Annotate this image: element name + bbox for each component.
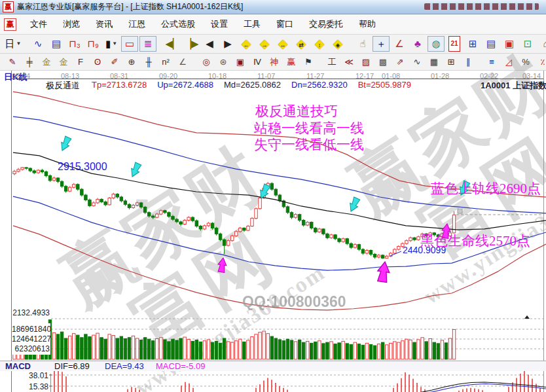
zigzag-tool-button[interactable]: ∿ bbox=[409, 55, 425, 69]
notes-tool-button[interactable]: ▤ bbox=[482, 36, 500, 52]
trend-angle-tool-button[interactable]: ∠ bbox=[175, 55, 191, 69]
menu-item-5[interactable]: 公式选股 bbox=[153, 16, 203, 33]
calculator-tool-icon: ⊞ bbox=[469, 37, 477, 50]
cycle-tool-button[interactable]: ⊕ bbox=[124, 55, 139, 69]
gann-plant-tool-button[interactable]: ♣ bbox=[409, 36, 426, 52]
crosshair-tool-button[interactable]: ＋ bbox=[373, 36, 390, 52]
gold-grid-a-button[interactable]: 金 bbox=[39, 55, 54, 69]
arrow-line-tool-button[interactable]: ⇗ bbox=[392, 55, 408, 69]
zoom-expand-button[interactable]: ◆◈ bbox=[329, 36, 346, 52]
menu-item-3[interactable]: 资讯 bbox=[88, 16, 120, 33]
dark-box-tool-button[interactable]: ▩ bbox=[375, 55, 391, 69]
web-tool-button[interactable]: ⊛ bbox=[215, 55, 231, 69]
candle-body bbox=[191, 217, 194, 221]
gann-frame-button[interactable]: ▭ bbox=[121, 36, 138, 52]
percent-tri-tool-button[interactable]: ◿ bbox=[501, 55, 517, 69]
marker-tool-button[interactable]: ✐ bbox=[107, 55, 122, 69]
nav-last-button[interactable]: ▕▶ bbox=[183, 36, 200, 52]
scale-tool-button[interactable]: ≡ bbox=[484, 55, 500, 69]
fan-tool-button[interactable]: ≪ bbox=[341, 55, 357, 69]
nav-first-button[interactable]: ◀▏ bbox=[164, 36, 181, 52]
brush-tool-button[interactable]: ✎ bbox=[5, 55, 20, 69]
n-square-tool-button[interactable]: n² bbox=[158, 55, 173, 69]
angle-tool-button[interactable]: ∠ bbox=[391, 36, 408, 52]
minute-9-button[interactable]: ⊓₉ bbox=[84, 36, 101, 52]
menu-item-4[interactable]: 江恩 bbox=[120, 16, 153, 33]
macd-header-strip[interactable]: MACD DIF=6.89 DEA=9.43 MACD=-5.09 bbox=[0, 361, 546, 371]
app-logo-icon: 赢 bbox=[3, 1, 14, 12]
volume-bar bbox=[143, 338, 146, 359]
system-tool-button[interactable]: ⌂ bbox=[537, 36, 546, 52]
chart-area[interactable]: 赢家财富网 www.yingjia360.com 赢家财富网 www.yingj… bbox=[0, 71, 546, 392]
fib-grid-button[interactable]: F bbox=[73, 55, 88, 69]
menu-item-10[interactable]: 帮助 bbox=[351, 16, 384, 33]
target-tool-button[interactable]: ◎ bbox=[198, 55, 214, 69]
candle-body bbox=[33, 171, 35, 173]
menu-item-1[interactable]: 文件 bbox=[22, 16, 55, 33]
menu-item-9[interactable]: 交易委托 bbox=[301, 16, 351, 33]
minute-3-button[interactable]: ⊓₃ bbox=[66, 36, 83, 52]
spiral-tool-button[interactable]: ʘ bbox=[90, 55, 105, 69]
qq-watermark: QQ:100800360 bbox=[242, 293, 346, 311]
parallel-tool-button[interactable]: ∥ bbox=[460, 55, 476, 69]
zoom-left-button[interactable]: ◆← bbox=[238, 36, 255, 52]
export-tool-button[interactable]: ⊡ bbox=[519, 36, 536, 52]
nav-next-button[interactable]: ▶ bbox=[219, 36, 236, 52]
volume-bar bbox=[409, 340, 412, 359]
volume-bar bbox=[104, 339, 107, 359]
grid-tool-b-button[interactable]: ⊞ bbox=[443, 55, 459, 69]
calendar-tool-button[interactable]: 21 bbox=[446, 36, 463, 52]
candle-body bbox=[64, 187, 67, 191]
profile-chart-button[interactable]: ≣ bbox=[139, 36, 156, 52]
menu-item-6[interactable]: 设置 bbox=[203, 16, 236, 33]
candle-body bbox=[143, 207, 146, 212]
save-tool-button[interactable]: ▣ bbox=[501, 36, 518, 52]
ruler-tool-button[interactable]: ╫ bbox=[141, 55, 156, 69]
menu-items: 文件浏览资讯江恩公式选股设置工具窗口交易委托帮助 bbox=[22, 16, 384, 33]
menu-item-2[interactable]: 浏览 bbox=[55, 16, 88, 33]
cyan-down-arrow bbox=[58, 135, 72, 152]
kline-period-button[interactable]: 日▼ bbox=[5, 36, 22, 52]
volume-bar bbox=[203, 341, 206, 359]
wave-tool-button[interactable]: ◍ bbox=[428, 36, 445, 52]
calculator-tool-button[interactable]: ⊞ bbox=[464, 36, 481, 52]
box-fan-tool-button[interactable]: ▨ bbox=[358, 55, 374, 69]
flag-tool-button[interactable]: ⚑ bbox=[300, 55, 316, 69]
gong-tool-button[interactable]: 工 bbox=[324, 55, 340, 69]
title-bar[interactable]: 赢 赢家江恩专业版[赢家服务平台] - [上证指数 SH1A0001-162日K… bbox=[0, 0, 546, 14]
nav-prev-button[interactable]: ◀ bbox=[201, 36, 218, 52]
volume-bar bbox=[377, 344, 380, 359]
grid-tool-a-button[interactable]: ▦ bbox=[426, 55, 442, 69]
candle-body bbox=[393, 249, 396, 253]
volume-bar bbox=[172, 339, 174, 359]
diamond-arrow-glyph: → bbox=[257, 39, 272, 52]
gold-grid-b-button[interactable]: 金 bbox=[56, 55, 71, 69]
ying-tool-button[interactable]: 赢 bbox=[283, 55, 299, 69]
trend-chart-button[interactable]: ∿ bbox=[29, 36, 46, 52]
shen-tool-button[interactable]: 神 bbox=[266, 55, 282, 69]
menu-item-7[interactable]: 工具 bbox=[236, 16, 268, 33]
hand-tool-button[interactable]: ☝ bbox=[354, 36, 371, 52]
grid-hash-button[interactable]: ╪ bbox=[22, 55, 37, 69]
zoom-both-button[interactable]: ◆↔ bbox=[274, 36, 291, 52]
candle-body bbox=[156, 214, 158, 217]
volume-bar bbox=[452, 329, 455, 359]
volume-bar bbox=[433, 342, 435, 359]
roman-iv-tool-button[interactable]: Ⅳ bbox=[249, 55, 265, 69]
box-web-tool-button[interactable]: ▣ bbox=[232, 55, 248, 69]
percent-tool-button[interactable]: % bbox=[518, 55, 534, 69]
app-window: 赢 赢家江恩专业版[赢家服务平台] - [上证指数 SH1A0001-162日K… bbox=[0, 0, 546, 392]
volume-bar bbox=[310, 343, 313, 359]
zoom-compress-button[interactable]: ◆⇄ bbox=[293, 36, 310, 52]
zoom-fit-button[interactable]: ◆↕ bbox=[311, 36, 328, 52]
channel-value-3: Md=2625.0862 bbox=[224, 80, 281, 92]
candle-body bbox=[13, 171, 16, 174]
zoom-right-button[interactable]: ◆→ bbox=[256, 36, 273, 52]
menu-item-8[interactable]: 窗口 bbox=[268, 16, 301, 33]
candle-body bbox=[179, 222, 182, 224]
candle-style-button[interactable]: ▮▼ bbox=[103, 36, 120, 52]
chart-cursor-box[interactable] bbox=[458, 209, 462, 213]
volume-bar bbox=[270, 336, 273, 359]
percent-line-tool-button[interactable]: ٪ bbox=[535, 55, 546, 69]
quote-list-button[interactable]: ▤ bbox=[48, 36, 65, 52]
